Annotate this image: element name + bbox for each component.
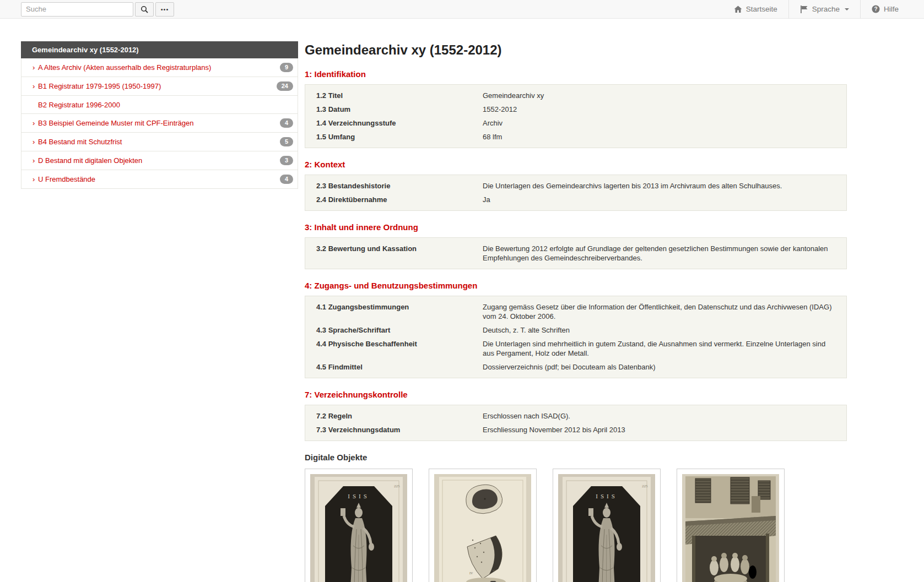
- section-heading-inhalt: 3: Inhalt und innere Ordnung: [305, 222, 847, 232]
- field-value: 68 lfm: [483, 132, 835, 142]
- sidebar-item-b3-beispiel-gemeinde[interactable]: › B3 Beispiel Gemeinde Muster mit CPF-Ei…: [21, 114, 298, 133]
- table-row: 2.4 Direktübernahme Ja: [305, 193, 846, 206]
- chevron-right-icon: ›: [33, 157, 38, 164]
- search-options-button[interactable]: •••: [155, 2, 174, 17]
- nav-startseite-label: Startseite: [746, 5, 777, 13]
- sidebar-item-a-altes-archiv[interactable]: › A Altes Archiv (Akten ausserhalb des R…: [21, 58, 298, 77]
- section-heading-verzeichnungskontrolle: 7: Verzeichnungskontrolle: [305, 390, 847, 399]
- table-row: 4.1 Zugangsbestimmungen Zugang gemäss Ge…: [305, 300, 846, 323]
- chevron-right-icon: ›: [33, 138, 38, 145]
- section-table-identifikation: 1.2 Titel Gemeindearchiv xy 1.3 Datum 15…: [305, 84, 847, 148]
- field-value: Deutsch, z. T. alte Schriften: [483, 325, 835, 335]
- street-scene-engraving: [682, 474, 779, 582]
- sidebar-item-b2-registratur[interactable]: B2 Registratur 1996-2000: [21, 96, 298, 114]
- table-row: 3.2 Bewertung und Kassation Die Bewertun…: [305, 242, 846, 265]
- field-label: 1.5 Umfang: [316, 132, 483, 142]
- field-label: 1.2 Titel: [316, 91, 483, 100]
- sidebar-item-label[interactable]: B4 Bestand mit Schutzfrist: [38, 138, 122, 146]
- sidebar-item-b4-bestand-schutzfrist[interactable]: › B4 Bestand mit Schutzfrist 5: [21, 133, 298, 151]
- sidebar-item-u-fremdbestaende[interactable]: › U Fremdbestände 4: [21, 170, 298, 188]
- field-label: 7.2 Regeln: [316, 411, 483, 421]
- help-icon: ?: [872, 5, 880, 13]
- sidebar-root-node[interactable]: Gemeindearchiv xy (1552-2012): [21, 41, 298, 58]
- nav-startseite[interactable]: Startseite: [723, 0, 788, 19]
- table-row: 4.4 Physische Beschaffenheit Die Unterla…: [305, 337, 846, 360]
- svg-text:ISIS: ISIS: [348, 493, 370, 499]
- svg-text:ISIS: ISIS: [596, 493, 618, 499]
- count-badge: 4: [280, 118, 293, 128]
- table-row: 4.3 Sprache/Schriftart Deutsch, z. T. al…: [305, 323, 846, 337]
- sidebar-item-label[interactable]: U Fremdbestände: [38, 175, 95, 183]
- chevron-right-icon: ›: [33, 176, 38, 183]
- field-label: 1.4 Verzeichnungsstufe: [316, 118, 483, 128]
- chevron-right-icon: ›: [33, 64, 38, 71]
- svg-text:V: V: [493, 569, 495, 573]
- section-heading-identifikation: 1: Identifikation: [305, 69, 847, 79]
- svg-text:225: 225: [394, 484, 400, 488]
- sidebar-item-label[interactable]: B3 Beispiel Gemeinde Muster mit CPF-Eint…: [38, 119, 194, 127]
- svg-text:225: 225: [642, 484, 648, 488]
- digital-objects-list: 225 ISIS: [305, 469, 847, 582]
- nav-hilfe-label: Hilfe: [884, 5, 899, 13]
- sidebar-item-d-digitale-objekte[interactable]: › D Bestand mit digitalen Objekten 3: [21, 151, 298, 170]
- digital-object-thumbnail-isis-2[interactable]: 225 ISIS: [553, 469, 661, 582]
- chevron-right-icon: ›: [33, 119, 38, 127]
- isis-statue-engraving: 225 ISIS: [558, 474, 655, 582]
- sidebar-item-label[interactable]: A Altes Archiv (Akten ausserhalb des Reg…: [38, 63, 211, 72]
- field-label: 7.3 Verzeichnungsdatum: [316, 425, 483, 434]
- field-value: Die Unterlagen sind mehrheitlich in gute…: [483, 339, 835, 358]
- search-button[interactable]: [135, 2, 154, 17]
- svg-text:IV: IV: [469, 572, 473, 575]
- section-heading-kontext: 2: Kontext: [305, 160, 847, 169]
- page-title: Gemeindearchiv xy (1552-2012): [305, 42, 847, 58]
- count-badge: 4: [280, 175, 293, 184]
- section-heading-zugang: 4: Zugangs- und Benutzungsbestimmungen: [305, 281, 847, 290]
- isis-statue-engraving: 225 ISIS: [310, 474, 407, 582]
- field-value: Erschliessung November 2012 bis April 20…: [483, 425, 835, 434]
- sidebar-list: › A Altes Archiv (Akten ausserhalb des R…: [21, 58, 298, 189]
- field-label: 4.5 Findmittel: [316, 362, 483, 372]
- table-row: 1.3 Datum 1552-2012: [305, 102, 846, 116]
- field-value: Die Bewertung 2012 erfolgte auf Grundlag…: [483, 244, 835, 263]
- search-input[interactable]: [21, 2, 133, 17]
- field-value: Dossierverzeichnis (pdf; bei Docuteam al…: [483, 362, 835, 372]
- table-row: 7.3 Verzeichnungsdatum Erschliessung Nov…: [305, 423, 846, 437]
- top-nav: Startseite Sprache ? Hilfe: [723, 0, 910, 19]
- table-row: 7.2 Regeln Erschlossen nach ISAD(G).: [305, 409, 846, 423]
- digital-object-thumbnail-artifacts[interactable]: IV V: [429, 469, 537, 582]
- sidebar-item-label[interactable]: D Bestand mit digitalen Objekten: [38, 156, 142, 165]
- field-label: 2.3 Bestandeshistorie: [316, 181, 483, 191]
- table-row: 1.5 Umfang 68 lfm: [305, 130, 846, 144]
- section-table-zugang: 4.1 Zugangsbestimmungen Zugang gemäss Ge…: [305, 296, 847, 378]
- field-label: 3.2 Bewertung und Kassation: [316, 244, 483, 263]
- nav-hilfe[interactable]: ? Hilfe: [860, 0, 910, 19]
- top-bar: ••• Startseite Sprache ? Hilfe: [0, 0, 924, 19]
- sidebar-item-b1-registratur[interactable]: › B1 Registratur 1979-1995 (1950-1997) 2…: [21, 77, 298, 96]
- digital-object-thumbnail-street-scene[interactable]: [677, 469, 785, 582]
- table-row: 1.2 Titel Gemeindearchiv xy: [305, 89, 846, 102]
- field-value: Zugang gemäss Gesetz über die Informatio…: [483, 302, 835, 321]
- field-value: Archiv: [483, 118, 835, 128]
- artifacts-engraving: IV V: [434, 474, 531, 582]
- field-value: 1552-2012: [483, 105, 835, 114]
- search-group: •••: [21, 2, 174, 17]
- field-label: 2.4 Direktübernahme: [316, 195, 483, 204]
- sidebar-item-label[interactable]: B2 Registratur 1996-2000: [38, 101, 120, 109]
- nav-sprache-label: Sprache: [812, 5, 840, 13]
- field-value: Gemeindearchiv xy: [483, 91, 835, 100]
- table-row: 2.3 Bestandeshistorie Die Unterlagen des…: [305, 179, 846, 193]
- sidebar-item-label[interactable]: B1 Registratur 1979-1995 (1950-1997): [38, 82, 161, 90]
- chevron-down-icon: [845, 8, 849, 10]
- table-row: 4.5 Findmittel Dossierverzeichnis (pdf; …: [305, 360, 846, 374]
- search-icon: [141, 6, 148, 13]
- field-label: 4.4 Physische Beschaffenheit: [316, 339, 483, 358]
- nav-sprache[interactable]: Sprache: [788, 0, 860, 19]
- field-label: 4.3 Sprache/Schriftart: [316, 325, 483, 335]
- digital-object-thumbnail-isis-1[interactable]: 225 ISIS: [305, 469, 413, 582]
- table-row: 1.4 Verzeichnungsstufe Archiv: [305, 116, 846, 130]
- section-table-kontext: 2.3 Bestandeshistorie Die Unterlagen des…: [305, 175, 847, 211]
- field-value: Ja: [483, 195, 835, 204]
- count-badge: 3: [280, 156, 293, 165]
- field-value: Die Unterlagen des Gemeindearchivs lager…: [483, 181, 835, 191]
- digital-objects-heading: Digitale Objekte: [305, 453, 847, 462]
